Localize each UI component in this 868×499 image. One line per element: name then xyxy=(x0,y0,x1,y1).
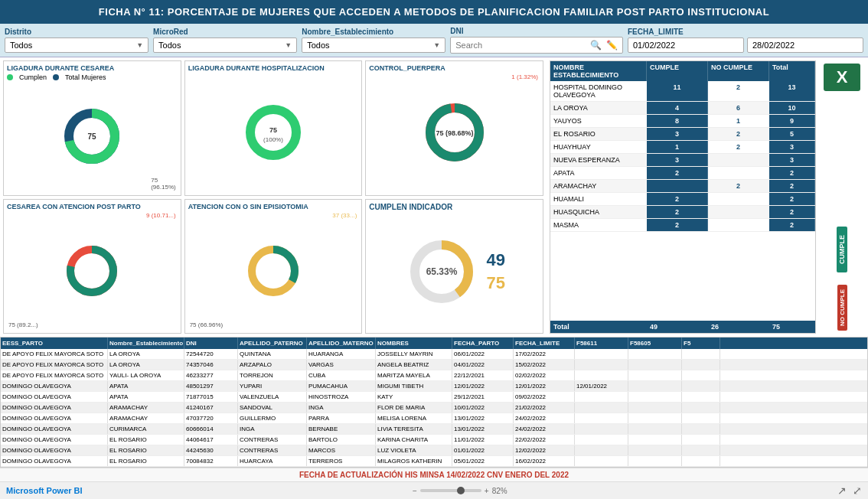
nombre-cell: HUAMALI xyxy=(550,193,647,205)
col-nombre: NOMBRE ESTABLECIMIENTO xyxy=(550,61,647,81)
data-table-body: DE APOYO FELIX MAYORCA SOTOLA OROYA72544… xyxy=(1,349,867,467)
nocumple-cell: 2 xyxy=(708,180,769,192)
cesarea-val1: 9 (10.71...) xyxy=(146,212,176,219)
col-nombre-estab: Nombre_Establecimiento xyxy=(108,338,184,349)
col-nocumple: NO CUMPLE xyxy=(708,61,769,81)
nombre-label: Nombre_Establecimiento xyxy=(302,28,445,36)
content-area: LIGADURA DURANTE CESAREA Cumplen Total M… xyxy=(0,57,868,337)
svg-text:65.33%: 65.33% xyxy=(426,266,458,277)
donut-cesarea-svg xyxy=(61,242,122,299)
search-input[interactable] xyxy=(455,41,587,50)
right-side-panel: X CUMPLE NO CUMPLE xyxy=(819,60,865,334)
microred-select[interactable]: Todos ▼ xyxy=(153,38,297,53)
nombre-filter: Nombre_Establecimiento Todos ▼ xyxy=(302,28,445,53)
establecimientos-table: NOMBRE ESTABLECIMIENTO CUMPLE NO CUMPLE … xyxy=(550,60,816,334)
charts-top: LIGADURA DURANTE CESAREA Cumplen Total M… xyxy=(3,60,543,196)
dni-filter: DNI 🔍 ✏️ xyxy=(450,27,623,54)
total-cell: 2 xyxy=(769,219,815,231)
distrito-select[interactable]: Todos ▼ xyxy=(5,38,148,53)
cumple-cell xyxy=(647,180,708,192)
total-cell: 3 xyxy=(769,154,815,166)
col-f58605: F58605 xyxy=(628,338,682,349)
nocumple-badge[interactable]: NO CUMPLE xyxy=(837,285,847,331)
fecha-to-input[interactable] xyxy=(747,38,863,53)
donut-cumplen-svg: 65.33% xyxy=(403,237,480,306)
ligadura-hospitalizacion-chart: LIGADURA DURANTE HOSPITALIZACION 75 (100… xyxy=(184,60,363,196)
data-table-header: EESS_PARTO Nombre_Establecimiento DNI AP… xyxy=(1,338,867,349)
excel-export-button[interactable]: X xyxy=(824,64,860,91)
cumple-badge[interactable]: CUMPLE xyxy=(837,227,847,272)
total-cell: 9 xyxy=(769,115,815,127)
zoom-thumb xyxy=(457,487,465,494)
ligadura-hosp-donut: 75 (100%) xyxy=(188,73,359,192)
nocumple-cell: 2 xyxy=(708,141,769,153)
cumplen-content: 65.33% 49 75 xyxy=(369,214,540,331)
cumplen-total-num: 75 xyxy=(486,273,504,293)
fecha-filter: FECHA_LIMITE xyxy=(628,28,863,53)
plus-icon[interactable]: + xyxy=(485,487,489,495)
control-puerpera-val1: 1 (1.32%) xyxy=(511,73,538,80)
episiotomia-val1: 37 (33...) xyxy=(332,212,357,219)
data-table-row: DOMINGO OLAVEGOYAEL ROSARIO44064617CONTR… xyxy=(1,435,867,445)
total-cell: 2 xyxy=(769,167,815,179)
col-cumple: CUMPLE xyxy=(647,61,708,81)
donut-puerpera-svg: 75 (98.68%) xyxy=(420,102,489,163)
footer-total: 75 xyxy=(769,321,815,333)
col-eess: EESS_PARTO xyxy=(1,338,108,349)
cumple-cell: 2 xyxy=(647,167,708,179)
control-puerpera-title: CONTROL_PUERPERA xyxy=(369,64,540,72)
pen-icon: ✏️ xyxy=(606,40,618,51)
cesarea-post-parto-chart: CESAREA CON ATENCION POST PARTO 9 (10.71… xyxy=(3,199,181,334)
nocumple-cell: 1 xyxy=(708,115,769,127)
chevron-down-icon: ▼ xyxy=(136,41,143,49)
col-f5: F5 xyxy=(682,338,720,349)
table-row: HOSPITAL DOMINGO OLAVEGOYA 11 2 13 xyxy=(550,81,815,102)
nombre-cell: EL ROSARIO xyxy=(550,128,647,140)
chevron-down-icon: ▼ xyxy=(285,41,292,49)
cumple-cell: 8 xyxy=(647,115,708,127)
data-table-row: DOMINGO OLAVEGOYACURIMARCA60666014INGABE… xyxy=(1,424,867,435)
nocumple-cell: 2 xyxy=(708,81,769,101)
total-cell: 2 xyxy=(769,206,815,218)
total-cell: 2 xyxy=(769,193,815,205)
total-cell: 10 xyxy=(769,102,815,114)
expand-icon[interactable]: ⤢ xyxy=(853,484,862,497)
update-text: FECHA DE ACTUALIZACIÓN HIS MINSA 14/02/2… xyxy=(299,471,569,479)
cumple-cell: 2 xyxy=(647,219,708,231)
powerbi-link[interactable]: Microsoft Power BI xyxy=(6,486,83,495)
data-table-row: DOMINGO OLAVEGOYAAPATA71877015VALENZUELA… xyxy=(1,392,867,403)
cumple-cell: 2 xyxy=(647,193,708,205)
zoom-slider[interactable] xyxy=(420,489,481,492)
donut-hosp-svg: 75 (100%) xyxy=(243,102,304,163)
update-info-bar: FECHA DE ACTUALIZACIÓN HIS MINSA 14/02/2… xyxy=(0,468,868,481)
cumple-cell: 3 xyxy=(647,154,708,166)
fecha-from-input[interactable] xyxy=(628,38,744,53)
nocumple-cell: 6 xyxy=(708,102,769,114)
nocumple-cell xyxy=(708,206,769,218)
distrito-filter: Distrito Todos ▼ xyxy=(5,28,148,53)
search-box: 🔍 ✏️ xyxy=(450,37,623,54)
table-row: HUAMALI 2 2 xyxy=(550,193,815,206)
svg-text:(100%): (100%) xyxy=(263,136,283,143)
table-row: EL ROSARIO 3 2 5 xyxy=(550,128,815,141)
col-ap-pat: APELLIDO_PATERNO xyxy=(238,338,307,349)
ligadura-cesarea-chart: LIGADURA DURANTE CESAREA Cumplen Total M… xyxy=(3,60,181,196)
minus-icon[interactable]: − xyxy=(413,487,417,495)
dni-label: DNI xyxy=(450,27,623,35)
episiotomia-chart: ATENCION CON O SIN EPISIOTOMIA 37 (33...… xyxy=(184,199,363,334)
nombre-cell: HOSPITAL DOMINGO OLAVEGOYA xyxy=(550,81,647,101)
nocumple-cell xyxy=(708,219,769,231)
data-table-row: DOMINGO OLAVEGOYAARAMACHAY41240167SANDOV… xyxy=(1,403,867,413)
nombre-cell: NUEVA ESPERANZA xyxy=(550,154,647,166)
nocumple-cell xyxy=(708,154,769,166)
footer-icons: ↗ ⤢ xyxy=(837,484,862,497)
left-panel: LIGADURA DURANTE CESAREA Cumplen Total M… xyxy=(0,57,547,337)
search-icon: 🔍 xyxy=(590,40,602,51)
filters-row: Distrito Todos ▼ MicroRed Todos ▼ Nombre… xyxy=(0,24,868,57)
cesarea-donut: 9 (10.71...) 75 (89.2...) xyxy=(7,212,178,331)
nombre-select[interactable]: Todos ▼ xyxy=(302,38,445,53)
share-icon[interactable]: ↗ xyxy=(837,484,847,497)
excel-icon: X xyxy=(837,67,848,87)
cumple-cell: 2 xyxy=(647,206,708,218)
cumple-legend: Cumplen xyxy=(19,73,47,81)
